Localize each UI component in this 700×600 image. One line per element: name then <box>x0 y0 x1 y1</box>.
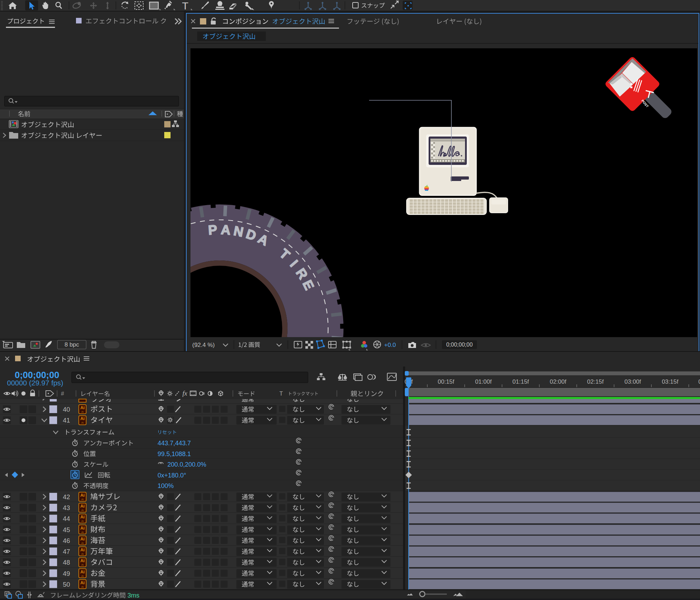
svg-text:99.5,1088.1: 99.5,1088.1 <box>158 451 191 458</box>
svg-text:Ai: Ai <box>81 552 84 556</box>
svg-text:00:15f: 00:15f <box>438 378 455 385</box>
svg-text:3ms: 3ms <box>127 592 139 599</box>
svg-text:40: 40 <box>63 406 70 413</box>
svg-text:01:00f: 01:00f <box>475 378 492 385</box>
svg-text:Ai: Ai <box>81 526 85 531</box>
svg-text:Ai: Ai <box>81 405 85 410</box>
svg-text:Ai: Ai <box>81 509 84 512</box>
svg-text:49: 49 <box>63 570 70 577</box>
svg-text:44: 44 <box>63 515 70 522</box>
svg-text:41: 41 <box>63 417 70 424</box>
svg-text:fx: fx <box>182 390 187 397</box>
svg-text:0x+180.0°: 0x+180.0° <box>158 472 186 479</box>
svg-text:Ai: Ai <box>81 515 85 519</box>
svg-text:Ai: Ai <box>81 537 85 542</box>
svg-text:0: 0 <box>698 378 700 385</box>
svg-text:48: 48 <box>63 559 70 566</box>
svg-text:Ai: Ai <box>81 563 84 566</box>
svg-text:Ai: Ai <box>81 498 84 501</box>
svg-text:02:15f: 02:15f <box>587 378 604 385</box>
svg-text:Ai: Ai <box>81 585 84 588</box>
svg-text:50: 50 <box>63 581 70 588</box>
svg-text:01:15f: 01:15f <box>512 378 529 385</box>
svg-text:Ai: Ai <box>81 531 84 534</box>
svg-text:42: 42 <box>63 493 70 501</box>
svg-text:0;00;00;00: 0;00;00;00 <box>446 342 473 348</box>
svg-text:T: T <box>182 0 188 12</box>
svg-text:46: 46 <box>63 537 70 544</box>
svg-text:43: 43 <box>63 504 70 511</box>
svg-text:Ai: Ai <box>81 504 85 509</box>
svg-text:47: 47 <box>63 548 70 555</box>
svg-text:#: # <box>61 391 64 397</box>
svg-text:00000 (29.97 fps): 00000 (29.97 fps) <box>7 379 63 387</box>
svg-text:Ai: Ai <box>81 493 85 498</box>
svg-text:Ai: Ai <box>81 574 84 578</box>
svg-text:Ai: Ai <box>81 542 84 545</box>
svg-text:Ai: Ai <box>81 416 85 421</box>
svg-text:200.0,200.0%: 200.0,200.0% <box>167 461 206 468</box>
svg-text:02:00f: 02:00f <box>550 378 567 385</box>
svg-text:Ai: Ai <box>81 558 85 563</box>
svg-text:45: 45 <box>63 526 70 533</box>
svg-text:Ai: Ai <box>81 580 85 585</box>
svg-text:Ai: Ai <box>81 410 84 413</box>
svg-text:+0.0: +0.0 <box>384 342 396 348</box>
svg-text:Ai: Ai <box>81 519 84 523</box>
svg-text:443.7,443.7: 443.7,443.7 <box>158 440 191 447</box>
svg-text:T: T <box>279 391 283 397</box>
svg-text:Ai: Ai <box>81 547 85 552</box>
svg-text:Ai: Ai <box>81 421 84 424</box>
svg-text:Ai: Ai <box>81 570 85 574</box>
svg-text:03:15f: 03:15f <box>662 378 679 385</box>
svg-text:100%: 100% <box>158 482 174 489</box>
svg-text:8 bpc: 8 bpc <box>64 341 79 348</box>
svg-text:(92.4 %): (92.4 %) <box>192 342 215 348</box>
svg-text:03:00f: 03:00f <box>624 378 641 385</box>
